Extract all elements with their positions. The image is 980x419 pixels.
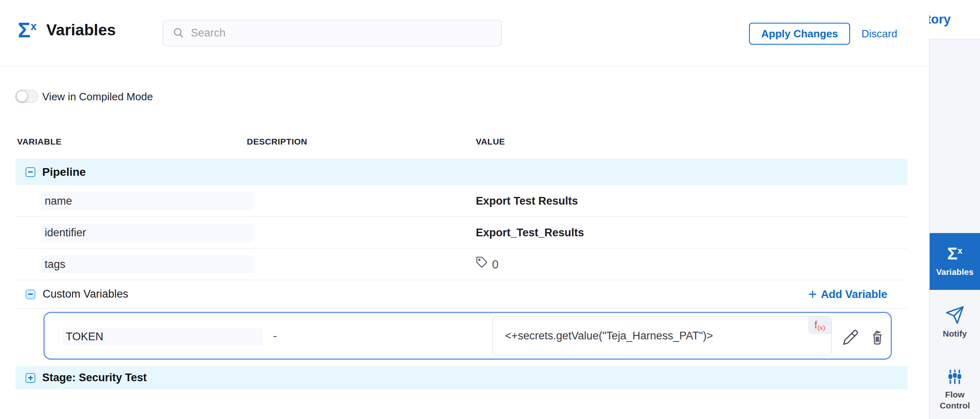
collapse-icon[interactable] [26,289,35,299]
table-row: identifier Export_Test_Results [15,217,908,248]
variable-value-cell: Export Test Results [476,185,578,217]
pipeline-section-label: Pipeline [42,166,86,179]
sliders-icon [930,368,980,386]
variable-name-cell: name [41,192,253,210]
variable-value-cell: Export_Test_Results [476,217,584,248]
compiled-mode-label: View in Compiled Mode [42,91,153,103]
custom-variables-label: Custom Variables [43,288,128,300]
custom-variable-name: TOKEN [63,328,263,346]
rail-item-notify-label: Notify [930,328,980,339]
toggle-knob [16,91,28,102]
table-row: tags 0 [15,248,908,280]
custom-variable-row-token: TOKEN - f(x) [43,312,892,360]
pencil-icon [842,341,859,347]
custom-variable-value-input[interactable] [493,317,831,355]
column-header-value: VALUE [476,137,505,147]
search-input[interactable] [191,27,501,39]
pipeline-section-row[interactable]: Pipeline [15,159,908,185]
expression-fx-badge[interactable]: f(x) [808,317,831,334]
page-title: Variables [46,21,116,39]
pipeline-studio-right-rail: Σx Variables Notify Flow Control [929,39,980,419]
search-icon [172,26,184,40]
expand-icon[interactable] [26,373,35,383]
edit-variable-button[interactable] [841,328,860,347]
rail-item-variables-label: Variables [936,266,974,277]
drawer-header: Σx Variables Apply Changes Discard [0,0,929,66]
table-row: name Export Test Results [15,185,908,217]
variable-name-cell: tags [41,255,253,273]
delete-variable-button[interactable] [868,328,887,347]
sigma-x-icon: Σx [947,245,962,262]
tags-count: 0 [492,248,499,280]
add-variable-button[interactable]: + Add Variable [808,280,887,309]
column-header-variable: VARIABLE [17,137,62,147]
rail-item-flow-control[interactable]: Flow Control [930,368,980,411]
paper-plane-icon [930,305,980,325]
stage-section-row[interactable]: Stage: Security Test [15,366,908,389]
variables-sigma-icon: Σx [18,19,37,41]
rail-item-variables[interactable]: Σx Variables [930,233,980,290]
column-header-description: DESCRIPTION [247,137,307,147]
plus-icon: + [808,287,817,302]
trash-icon [869,341,885,347]
rail-item-notify[interactable]: Notify [930,305,980,339]
search-box [163,20,502,46]
custom-variables-section-row[interactable]: Custom Variables + Add Variable [15,280,908,309]
custom-variable-value-field: f(x) [492,316,832,355]
collapse-icon[interactable] [26,167,35,177]
compiled-mode-toggle[interactable] [15,90,38,103]
custom-variable-description: - [273,313,277,359]
tag-icon [476,248,488,280]
tags-value-cell: 0 [476,248,499,280]
variable-name-cell: identifier [41,224,253,242]
drawer-footer-space [0,389,929,419]
stage-section-label: Stage: Security Test [42,371,147,384]
rail-item-flow-control-label: Flow Control [936,389,974,411]
variables-drawer-screen: story Σx Variables Notify [0,0,980,419]
discard-link[interactable]: Discard [861,28,897,40]
apply-changes-button[interactable]: Apply Changes [749,23,850,45]
